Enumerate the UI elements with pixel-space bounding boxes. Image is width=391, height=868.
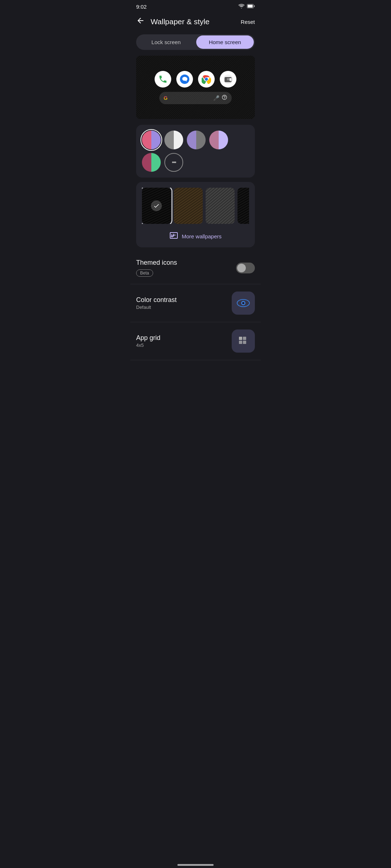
app-grid-button[interactable] [232, 329, 255, 353]
svg-point-5 [205, 77, 208, 81]
messages-app-icon [176, 71, 193, 88]
bottom-spacer [130, 360, 261, 375]
color-option-4[interactable] [209, 131, 228, 149]
color-palette-row: ••• [142, 131, 249, 172]
google-g-logo: G [164, 95, 168, 101]
tab-lock-screen[interactable]: Lock screen [137, 35, 195, 49]
svg-rect-2 [248, 5, 253, 8]
battery-icon [247, 4, 255, 9]
wallpaper-browse-icon [169, 231, 178, 242]
lens-icon [222, 94, 227, 101]
color-contrast-setting[interactable]: Color contrast Default [130, 284, 261, 322]
reset-button[interactable]: Reset [241, 19, 255, 25]
color-option-1[interactable] [142, 131, 161, 149]
header: Wallpaper & style Reset [130, 12, 261, 31]
status-icons [238, 4, 255, 10]
wallpaper-preview: G 🎤 [136, 56, 255, 119]
wallpaper-thumb-2[interactable] [174, 188, 203, 224]
phone-app-icon [155, 71, 171, 88]
color-option-2[interactable] [164, 131, 183, 149]
eye-icon [237, 298, 250, 308]
color-contrast-text: Color contrast Default [136, 296, 232, 310]
color-palette-section: ••• [136, 125, 255, 178]
search-bar-preview: G 🎤 [159, 92, 232, 104]
grid-icon [237, 335, 249, 347]
wallpaper-thumb-1[interactable] [142, 188, 171, 224]
tab-home-screen[interactable]: Home screen [196, 35, 254, 49]
camera-app-icon [220, 71, 236, 88]
status-bar: 9:02 [130, 0, 261, 12]
color-option-3[interactable] [187, 131, 206, 149]
svg-rect-13 [243, 337, 246, 340]
svg-rect-14 [239, 341, 242, 344]
beta-badge: Beta [136, 269, 153, 277]
svg-point-8 [227, 78, 229, 80]
wifi-icon [238, 4, 245, 10]
page-title: Wallpaper & style [151, 17, 241, 26]
themed-icons-toggle[interactable] [236, 263, 255, 273]
app-grid-text: App grid 4x5 [136, 334, 232, 348]
wallpaper-thumb-4[interactable] [237, 188, 249, 224]
themed-icons-text: Themed icons Beta [136, 259, 236, 277]
app-grid-setting[interactable]: App grid 4x5 [130, 322, 261, 360]
svg-rect-12 [239, 337, 242, 340]
toggle-knob [237, 264, 246, 272]
wallpaper-thumb-3[interactable] [206, 188, 235, 224]
color-option-5[interactable] [142, 153, 161, 172]
app-grid-title: App grid [136, 334, 232, 342]
app-grid-subtitle: 4x5 [136, 342, 232, 348]
app-icons-row [155, 71, 236, 88]
wallpaper-section: More wallpapers [136, 182, 255, 247]
wallpaper-thumbs [142, 188, 249, 224]
selected-checkmark [151, 200, 162, 211]
more-wallpapers-label: More wallpapers [182, 233, 222, 239]
svg-point-11 [242, 302, 244, 304]
chrome-app-icon [198, 71, 215, 88]
color-contrast-title: Color contrast [136, 296, 232, 304]
wallpaper-background [136, 56, 255, 119]
more-wallpapers-button[interactable]: More wallpapers [142, 230, 249, 243]
themed-icons-setting[interactable]: Themed icons Beta [130, 252, 261, 284]
themed-icons-title: Themed icons [136, 259, 236, 267]
back-button[interactable] [136, 16, 145, 27]
svg-rect-1 [254, 5, 255, 7]
status-time: 9:02 [136, 4, 147, 10]
color-contrast-button[interactable] [232, 292, 255, 315]
color-contrast-subtitle: Default [136, 305, 232, 310]
svg-rect-15 [243, 341, 246, 344]
color-option-more[interactable]: ••• [164, 153, 183, 172]
tab-switcher: Lock screen Home screen [136, 34, 255, 50]
mic-icon: 🎤 [213, 95, 219, 101]
